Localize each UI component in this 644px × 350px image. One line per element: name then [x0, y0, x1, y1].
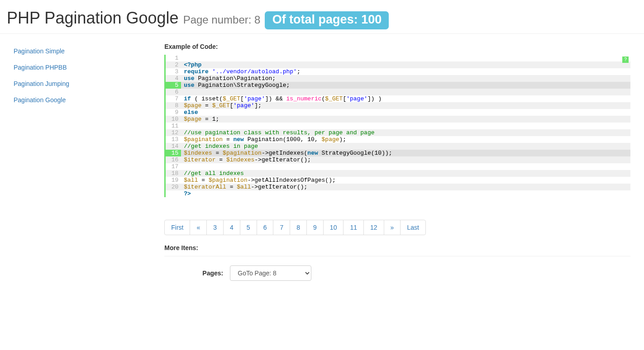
code-table: 1 2<?php3require '../vendor/autoload.php…: [166, 55, 630, 197]
more-items-title: More Itens:: [164, 244, 630, 251]
code-line: $all = $pagination->getAllIndexesOfPages…: [181, 177, 630, 184]
code-line: ?>: [181, 190, 630, 197]
sidebar-item-0[interactable]: Pagination Simple: [7, 43, 157, 59]
line-number: 7: [166, 95, 181, 102]
page-link-3[interactable]: 3: [206, 220, 224, 235]
page-title: PHP Pagination Google Page number: 8 Of …: [7, 9, 637, 29]
sidebar-nav: Pagination SimplePagination PHPBBPaginat…: [7, 43, 157, 108]
line-number: 14: [166, 143, 181, 150]
line-number: 20: [166, 184, 181, 190]
line-number: 2: [166, 61, 181, 68]
line-number: 11: [166, 123, 181, 129]
code-line: if ( isset($_GET['page']) && is_numeric(…: [181, 95, 630, 102]
code-line: [181, 89, 630, 95]
pagination: First«3456789101112»Last: [164, 220, 426, 235]
line-number: 8: [166, 102, 181, 109]
code-line: require '../vendor/autoload.php';: [181, 68, 630, 75]
code-line: //use pagination class with results, per…: [181, 129, 630, 136]
total-pages-badge: Of total pages: 100: [265, 11, 389, 29]
line-number: 10: [166, 116, 181, 123]
sidebar: Pagination SimplePagination PHPBBPaginat…: [7, 43, 164, 288]
line-number: 6: [166, 89, 181, 95]
line-number: 17: [166, 163, 181, 170]
sidebar-item-1[interactable]: Pagination PHPBB: [7, 59, 157, 76]
page-link-6[interactable]: 6: [257, 220, 274, 235]
line-number: 18: [166, 170, 181, 177]
line-number: [166, 190, 181, 197]
help-icon[interactable]: ?: [622, 57, 629, 63]
code-line: use Pagination\StrategyGoogle;: [181, 82, 630, 89]
title-text: PHP Pagination Google: [7, 9, 179, 27]
page-link-7[interactable]: 7: [273, 220, 290, 235]
line-number: 16: [166, 156, 181, 163]
code-line: //get all indexes: [181, 170, 630, 177]
page-link-12[interactable]: 12: [363, 220, 384, 235]
divider: [164, 256, 630, 256]
code-line: [181, 163, 630, 170]
goto-page-select[interactable]: GoTo Page: 8: [230, 265, 311, 281]
page-link-4[interactable]: 4: [223, 220, 240, 235]
page-link-8[interactable]: 8: [290, 220, 307, 235]
page-link-first[interactable]: First: [164, 220, 190, 235]
code-line: $indexes = $pagination->getIndexes(new S…: [181, 150, 630, 156]
line-number: 12: [166, 129, 181, 136]
code-line: use Pagination\Pagination;: [181, 75, 630, 82]
page-link-last[interactable]: Last: [400, 220, 425, 235]
example-title: Example of Code:: [164, 43, 630, 50]
line-number: 3: [166, 68, 181, 75]
page-link-«[interactable]: «: [190, 220, 207, 235]
goto-page-form: Pages: GoTo Page: 8: [164, 265, 630, 281]
line-number: 9: [166, 109, 181, 116]
line-number: 13: [166, 136, 181, 143]
line-number: 5: [166, 82, 181, 89]
subtitle: Page number: 8: [183, 14, 261, 26]
sidebar-item-3[interactable]: Pagination Google: [7, 92, 157, 108]
code-line: [181, 55, 630, 61]
code-line: $iterator = $indexes->getIterator();: [181, 156, 630, 163]
code-line: $page = $_GET['page'];: [181, 102, 630, 109]
line-number: 1: [166, 55, 181, 61]
code-line: $iteratorAll = $all->getIterator();: [181, 184, 630, 190]
code-example: ? 1 2<?php3require '../vendor/autoload.p…: [164, 55, 630, 197]
code-line: else: [181, 109, 630, 116]
code-line: <?php: [181, 61, 630, 68]
page-link-»[interactable]: »: [384, 220, 401, 235]
line-number: 4: [166, 75, 181, 82]
main-content: Example of Code: ? 1 2<?php3require '../…: [164, 43, 637, 288]
line-number: 19: [166, 177, 181, 184]
code-line: $pagination = new Pagination(1000, 10, $…: [181, 136, 630, 143]
pages-label: Pages:: [164, 270, 230, 277]
sidebar-item-2[interactable]: Pagination Jumping: [7, 76, 157, 92]
page-link-11[interactable]: 11: [343, 220, 364, 235]
code-line: $page = 1;: [181, 116, 630, 123]
code-line: //get indexes in page: [181, 143, 630, 150]
line-number: 15: [166, 150, 181, 156]
page-link-5[interactable]: 5: [240, 220, 257, 235]
page-link-9[interactable]: 9: [306, 220, 324, 235]
page-header: PHP Pagination Google Page number: 8 Of …: [0, 0, 644, 34]
code-line: [181, 123, 630, 129]
page-link-10[interactable]: 10: [323, 220, 344, 235]
